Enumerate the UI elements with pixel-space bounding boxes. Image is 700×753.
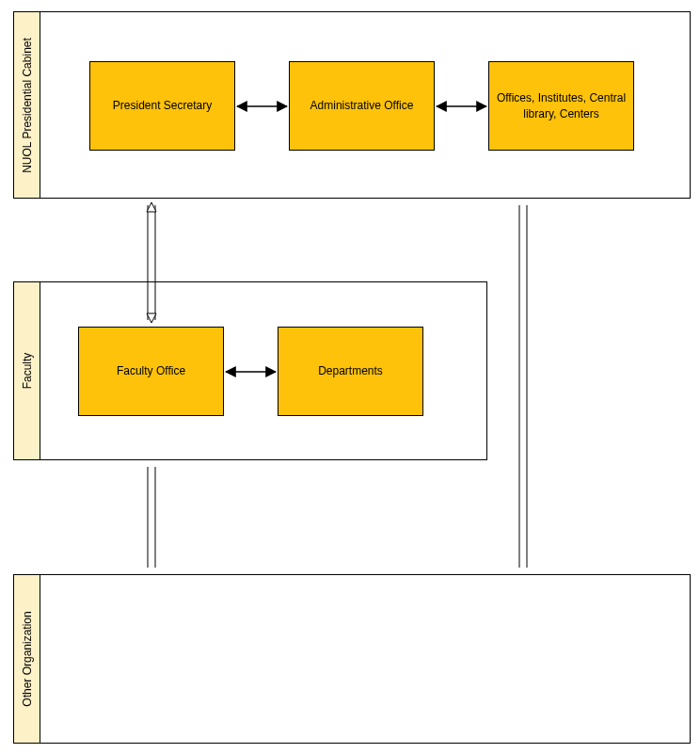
container-label-text: NUOL Presidential Cabinet — [21, 38, 34, 173]
box-administrative-office: Administrative Office — [289, 61, 435, 151]
container-label-faculty: Faculty — [14, 282, 40, 459]
box-faculty-office: Faculty Office — [78, 327, 224, 416]
container-label-cabinet: NUOL Presidential Cabinet — [14, 12, 40, 198]
container-label-text: Other Organization — [21, 611, 34, 706]
container-other: Other Organization — [13, 574, 691, 744]
box-president-secretary: President Secretary — [89, 61, 235, 151]
edge-offices-other — [519, 200, 527, 572]
diagram-canvas: NUOL Presidential Cabinet Faculty Other … — [0, 0, 700, 753]
edge-facultyoffice-other — [148, 462, 155, 572]
box-offices-institutes: Offices, Institutes, Central library, Ce… — [488, 61, 634, 151]
container-label-text: Faculty — [21, 353, 34, 390]
box-departments: Departments — [278, 327, 423, 416]
container-label-other: Other Organization — [14, 575, 40, 743]
